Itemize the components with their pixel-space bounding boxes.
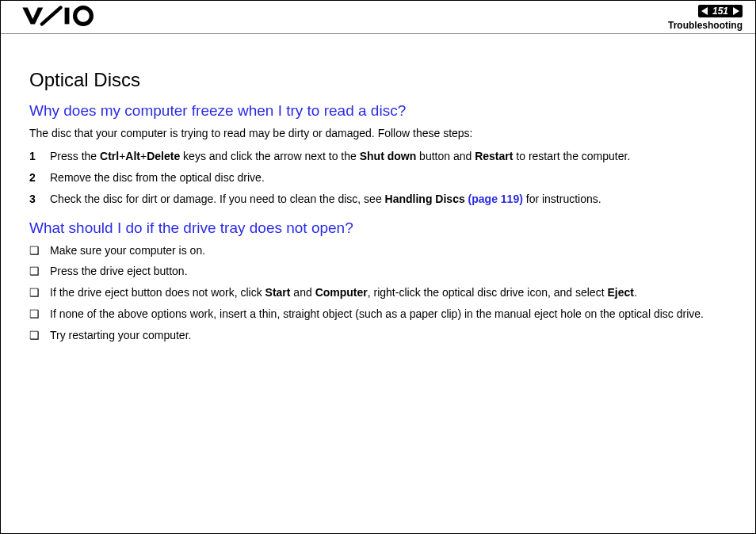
bullet-text: Try restarting your computer.	[50, 328, 727, 343]
page-number-nav[interactable]: 151	[698, 5, 743, 17]
bullet-item: ❑ Make sure your computer is on.	[29, 243, 727, 258]
step-number: 2	[29, 170, 50, 185]
header-right: 151 Troubleshooting	[668, 4, 743, 31]
vaio-logo	[15, 6, 110, 29]
bullet-text: If none of the above options work, inser…	[50, 307, 727, 322]
step-number: 3	[29, 192, 50, 207]
bullet-icon: ❑	[29, 285, 50, 300]
bullet-icon: ❑	[29, 264, 50, 279]
page-title: Optical Discs	[29, 69, 727, 91]
step-number: 1	[29, 149, 50, 164]
bullet-item: ❑ If the drive eject button does not wor…	[29, 285, 727, 300]
page-header: 151 Troubleshooting	[1, 1, 755, 34]
page-content: Optical Discs Why does my computer freez…	[1, 34, 755, 343]
prev-page-icon[interactable]	[701, 7, 708, 15]
step-item: 2 Remove the disc from the optical disc …	[29, 170, 727, 185]
header-section-title: Troubleshooting	[668, 20, 743, 31]
question-2-heading: What should I do if the drive tray does …	[29, 219, 727, 237]
question-1-steps: 1 Press the Ctrl+Alt+Delete keys and cli…	[29, 149, 727, 207]
step-text: Remove the disc from the optical disc dr…	[50, 170, 727, 185]
bullet-item: ❑ Press the drive eject button.	[29, 264, 727, 279]
bullet-item: ❑ Try restarting your computer.	[29, 328, 727, 343]
step-text: Check the disc for dirt or damage. If yo…	[50, 192, 727, 207]
bullet-text: If the drive eject button does not work,…	[50, 285, 727, 300]
question-1-heading: Why does my computer freeze when I try t…	[29, 102, 727, 120]
bullet-icon: ❑	[29, 307, 50, 322]
document-page: 151 Troubleshooting Optical Discs Why do…	[0, 0, 756, 534]
next-page-icon[interactable]	[733, 7, 739, 15]
page-number: 151	[712, 6, 728, 17]
svg-point-1	[75, 8, 92, 25]
question-1-intro: The disc that your computer is trying to…	[29, 126, 727, 141]
step-item: 3 Check the disc for dirt or damage. If …	[29, 192, 727, 207]
page-link[interactable]: (page 119)	[468, 193, 523, 205]
step-text: Press the Ctrl+Alt+Delete keys and click…	[50, 149, 727, 164]
svg-rect-0	[65, 8, 70, 25]
bullet-icon: ❑	[29, 328, 50, 343]
bullet-item: ❑ If none of the above options work, ins…	[29, 307, 727, 322]
bullet-icon: ❑	[29, 243, 50, 258]
bullet-text: Press the drive eject button.	[50, 264, 727, 279]
question-2-bullets: ❑ Make sure your computer is on. ❑ Press…	[29, 243, 727, 343]
step-item: 1 Press the Ctrl+Alt+Delete keys and cli…	[29, 149, 727, 164]
bullet-text: Make sure your computer is on.	[50, 243, 727, 258]
